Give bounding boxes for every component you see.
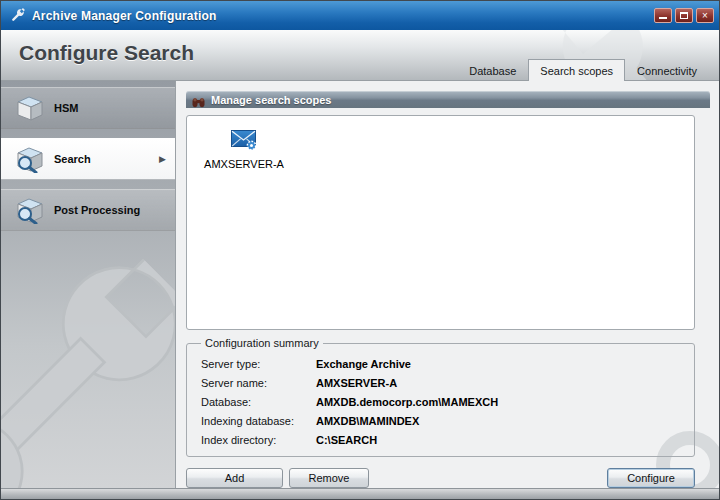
server-box-icon — [14, 94, 46, 122]
sidebar-item-search[interactable]: Search ▶ — [1, 138, 175, 180]
tab-bar: Database Search scopes Connectivity — [457, 59, 709, 81]
page-title: Configure Search — [19, 41, 194, 65]
window-title: Archive Manager Configuration — [32, 9, 217, 23]
titlebar[interactable]: Archive Manager Configuration × — [1, 1, 719, 30]
sidebar: HSM Search ▶ — [1, 81, 176, 488]
configuration-summary-group: Configuration summary Server type: Excha… — [186, 337, 695, 457]
add-button[interactable]: Add — [186, 468, 283, 488]
close-button[interactable]: × — [696, 8, 714, 23]
sidebar-item-hsm[interactable]: HSM — [1, 87, 175, 129]
summary-label: Index directory: — [201, 434, 316, 446]
minimize-icon — [659, 17, 667, 19]
exchange-mailbox-icon — [231, 129, 257, 151]
summary-row-index-directory: Index directory: C:\SEARCH — [201, 430, 694, 449]
configure-button[interactable]: Configure — [607, 468, 695, 488]
summary-row-server-type: Server type: Exchange Archive — [201, 354, 694, 373]
remove-button[interactable]: Remove — [289, 468, 369, 488]
summary-value: AMXSERVER-A — [316, 377, 397, 389]
summary-value: AMXDB\MAMINDEX — [316, 415, 419, 427]
tab-database[interactable]: Database — [457, 60, 528, 81]
window-body: HSM Search ▶ — [1, 81, 719, 488]
sidebar-item-label: HSM — [54, 102, 78, 114]
wrench-watermark-icon — [1, 230, 176, 488]
close-icon: × — [702, 10, 708, 21]
server-search-icon — [14, 196, 46, 224]
search-scope-list[interactable]: AMXSERVER-A — [186, 115, 695, 330]
server-search-icon — [14, 145, 46, 173]
sidebar-item-label: Post Processing — [54, 204, 140, 216]
summary-value: AMXDB.democorp.com\MAMEXCH — [316, 396, 498, 408]
summary-value: C:\SEARCH — [316, 434, 377, 446]
summary-row-database: Database: AMXDB.democorp.com\MAMEXCH — [201, 392, 694, 411]
summary-label: Server name: — [201, 377, 316, 389]
scope-item-label: AMXSERVER-A — [204, 158, 284, 170]
tab-search-scopes[interactable]: Search scopes — [528, 59, 625, 81]
summary-value: Exchange Archive — [316, 358, 411, 370]
sidebar-item-label: Search — [54, 153, 91, 165]
wrench-icon[interactable] — [9, 8, 25, 24]
archive-manager-window: Archive Manager Configuration × Configur… — [0, 0, 720, 500]
maximize-button[interactable] — [675, 8, 693, 23]
summary-label: Server type: — [201, 358, 316, 370]
manage-search-scopes-title: Manage search scopes — [211, 94, 331, 106]
selected-arrow-icon: ▶ — [159, 154, 166, 164]
summary-label: Database: — [201, 396, 316, 408]
scope-item-amxserver-a[interactable]: AMXSERVER-A — [201, 126, 287, 173]
manage-search-scopes-header: Manage search scopes — [186, 91, 710, 108]
configuration-summary-legend: Configuration summary — [201, 337, 323, 349]
content-panel: Manage search scopes — [176, 81, 719, 488]
summary-row-server-name: Server name: AMXSERVER-A — [201, 373, 694, 392]
header-banner: Configure Search Database Search scopes … — [1, 30, 719, 81]
summary-row-indexing-database: Indexing database: AMXDB\MAMINDEX — [201, 411, 694, 430]
status-strip — [1, 488, 719, 499]
maximize-icon — [680, 12, 688, 19]
window-controls: × — [654, 8, 714, 23]
tab-connectivity[interactable]: Connectivity — [625, 60, 709, 81]
sidebar-item-post-processing[interactable]: Post Processing — [1, 189, 175, 231]
summary-label: Indexing database: — [201, 415, 316, 427]
binoculars-icon — [192, 94, 205, 105]
minimize-button[interactable] — [654, 8, 672, 23]
